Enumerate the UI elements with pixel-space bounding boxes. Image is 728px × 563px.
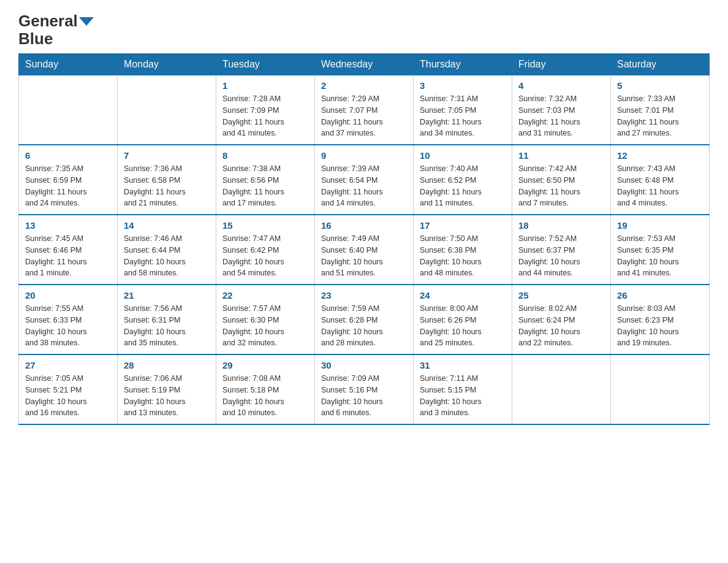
day-number: 12 (617, 150, 703, 161)
calendar-cell (19, 75, 118, 145)
day-info: Sunrise: 8:02 AM Sunset: 6:24 PM Dayligh… (518, 303, 604, 349)
day-info: Sunrise: 7:32 AM Sunset: 7:03 PM Dayligh… (518, 93, 604, 139)
calendar-cell: 13Sunrise: 7:45 AM Sunset: 6:46 PM Dayli… (19, 215, 118, 285)
calendar-cell: 5Sunrise: 7:33 AM Sunset: 7:01 PM Daylig… (611, 75, 710, 145)
calendar-cell: 15Sunrise: 7:47 AM Sunset: 6:42 PM Dayli… (216, 215, 315, 285)
day-info: Sunrise: 7:31 AM Sunset: 7:05 PM Dayligh… (420, 93, 506, 139)
day-number: 14 (124, 220, 210, 231)
day-info: Sunrise: 7:29 AM Sunset: 7:07 PM Dayligh… (321, 93, 407, 139)
day-number: 23 (321, 290, 407, 301)
calendar-cell: 19Sunrise: 7:53 AM Sunset: 6:35 PM Dayli… (611, 215, 710, 285)
day-info: Sunrise: 7:42 AM Sunset: 6:50 PM Dayligh… (518, 163, 604, 209)
day-info: Sunrise: 7:50 AM Sunset: 6:38 PM Dayligh… (420, 233, 506, 279)
calendar-cell: 24Sunrise: 8:00 AM Sunset: 6:26 PM Dayli… (414, 285, 512, 354)
calendar-cell: 31Sunrise: 7:11 AM Sunset: 5:15 PM Dayli… (414, 354, 512, 424)
weekday-header-wednesday: Wednesday (315, 54, 414, 75)
day-number: 13 (25, 220, 111, 231)
calendar-cell: 28Sunrise: 7:06 AM Sunset: 5:19 PM Dayli… (118, 354, 216, 424)
calendar-cell: 21Sunrise: 7:56 AM Sunset: 6:31 PM Dayli… (118, 285, 216, 354)
day-number: 20 (25, 290, 111, 301)
weekday-header-thursday: Thursday (414, 54, 512, 75)
day-number: 21 (124, 290, 210, 301)
day-number: 2 (321, 80, 407, 91)
weekday-header-saturday: Saturday (611, 54, 710, 75)
calendar-cell (118, 75, 216, 145)
day-info: Sunrise: 7:05 AM Sunset: 5:21 PM Dayligh… (25, 373, 111, 419)
day-number: 27 (25, 360, 111, 370)
day-number: 5 (617, 80, 703, 91)
day-info: Sunrise: 7:56 AM Sunset: 6:31 PM Dayligh… (124, 303, 210, 349)
calendar-week-row: 6Sunrise: 7:35 AM Sunset: 6:59 PM Daylig… (19, 145, 710, 215)
calendar-week-row: 1Sunrise: 7:28 AM Sunset: 7:09 PM Daylig… (19, 75, 710, 145)
day-number: 25 (518, 290, 604, 301)
calendar-cell (512, 354, 611, 424)
weekday-header-row: SundayMondayTuesdayWednesdayThursdayFrid… (19, 54, 710, 75)
day-number: 22 (222, 290, 308, 301)
weekday-header-sunday: Sunday (19, 54, 118, 75)
calendar-cell: 16Sunrise: 7:49 AM Sunset: 6:40 PM Dayli… (315, 215, 414, 285)
day-number: 8 (222, 150, 308, 161)
day-number: 30 (321, 360, 407, 370)
calendar-cell: 1Sunrise: 7:28 AM Sunset: 7:09 PM Daylig… (216, 75, 315, 145)
calendar-cell: 4Sunrise: 7:32 AM Sunset: 7:03 PM Daylig… (512, 75, 611, 145)
calendar-cell: 11Sunrise: 7:42 AM Sunset: 6:50 PM Dayli… (512, 145, 611, 215)
calendar-cell: 2Sunrise: 7:29 AM Sunset: 7:07 PM Daylig… (315, 75, 414, 145)
weekday-header-monday: Monday (118, 54, 216, 75)
calendar-week-row: 27Sunrise: 7:05 AM Sunset: 5:21 PM Dayli… (19, 354, 710, 424)
day-info: Sunrise: 7:35 AM Sunset: 6:59 PM Dayligh… (25, 163, 111, 209)
calendar-cell: 3Sunrise: 7:31 AM Sunset: 7:05 PM Daylig… (414, 75, 512, 145)
day-number: 18 (518, 220, 604, 231)
day-number: 7 (124, 150, 210, 161)
day-number: 17 (420, 220, 506, 231)
day-info: Sunrise: 7:47 AM Sunset: 6:42 PM Dayligh… (222, 233, 308, 279)
day-info: Sunrise: 7:53 AM Sunset: 6:35 PM Dayligh… (617, 233, 703, 279)
day-info: Sunrise: 7:46 AM Sunset: 6:44 PM Dayligh… (124, 233, 210, 279)
day-number: 26 (617, 290, 703, 301)
calendar-cell: 12Sunrise: 7:43 AM Sunset: 6:48 PM Dayli… (611, 145, 710, 215)
day-number: 24 (420, 290, 506, 301)
day-number: 1 (222, 80, 308, 91)
day-info: Sunrise: 7:36 AM Sunset: 6:58 PM Dayligh… (124, 163, 210, 209)
calendar-cell: 26Sunrise: 8:03 AM Sunset: 6:23 PM Dayli… (611, 285, 710, 354)
day-number: 6 (25, 150, 111, 161)
day-info: Sunrise: 8:03 AM Sunset: 6:23 PM Dayligh… (617, 303, 703, 349)
day-info: Sunrise: 7:55 AM Sunset: 6:33 PM Dayligh… (25, 303, 111, 349)
day-info: Sunrise: 7:52 AM Sunset: 6:37 PM Dayligh… (518, 233, 604, 279)
day-number: 11 (518, 150, 604, 161)
calendar-cell: 14Sunrise: 7:46 AM Sunset: 6:44 PM Dayli… (118, 215, 216, 285)
logo-text: General (18, 12, 94, 30)
day-number: 15 (222, 220, 308, 231)
day-info: Sunrise: 7:45 AM Sunset: 6:46 PM Dayligh… (25, 233, 111, 279)
logo: General Blue (18, 12, 94, 47)
day-number: 19 (617, 220, 703, 231)
calendar-cell: 10Sunrise: 7:40 AM Sunset: 6:52 PM Dayli… (414, 145, 512, 215)
day-info: Sunrise: 7:28 AM Sunset: 7:09 PM Dayligh… (222, 93, 308, 139)
weekday-header-friday: Friday (512, 54, 611, 75)
calendar-cell: 30Sunrise: 7:09 AM Sunset: 5:16 PM Dayli… (315, 354, 414, 424)
calendar-cell: 6Sunrise: 7:35 AM Sunset: 6:59 PM Daylig… (19, 145, 118, 215)
day-number: 28 (124, 360, 210, 370)
calendar-cell: 25Sunrise: 8:02 AM Sunset: 6:24 PM Dayli… (512, 285, 611, 354)
calendar-cell (611, 354, 710, 424)
day-number: 3 (420, 80, 506, 91)
calendar-cell: 23Sunrise: 7:59 AM Sunset: 6:28 PM Dayli… (315, 285, 414, 354)
day-info: Sunrise: 7:59 AM Sunset: 6:28 PM Dayligh… (321, 303, 407, 349)
calendar-cell: 8Sunrise: 7:38 AM Sunset: 6:56 PM Daylig… (216, 145, 315, 215)
day-info: Sunrise: 8:00 AM Sunset: 6:26 PM Dayligh… (420, 303, 506, 349)
calendar-cell: 9Sunrise: 7:39 AM Sunset: 6:54 PM Daylig… (315, 145, 414, 215)
day-info: Sunrise: 7:38 AM Sunset: 6:56 PM Dayligh… (222, 163, 308, 209)
day-number: 10 (420, 150, 506, 161)
calendar-cell: 18Sunrise: 7:52 AM Sunset: 6:37 PM Dayli… (512, 215, 611, 285)
calendar-cell: 20Sunrise: 7:55 AM Sunset: 6:33 PM Dayli… (19, 285, 118, 354)
calendar-table: SundayMondayTuesdayWednesdayThursdayFrid… (18, 53, 710, 425)
day-number: 9 (321, 150, 407, 161)
weekday-header-tuesday: Tuesday (216, 54, 315, 75)
day-number: 29 (222, 360, 308, 370)
calendar-cell: 7Sunrise: 7:36 AM Sunset: 6:58 PM Daylig… (118, 145, 216, 215)
calendar-cell: 22Sunrise: 7:57 AM Sunset: 6:30 PM Dayli… (216, 285, 315, 354)
day-info: Sunrise: 7:43 AM Sunset: 6:48 PM Dayligh… (617, 163, 703, 209)
logo-blue-text: Blue (18, 29, 53, 48)
day-info: Sunrise: 7:49 AM Sunset: 6:40 PM Dayligh… (321, 233, 407, 279)
day-info: Sunrise: 7:33 AM Sunset: 7:01 PM Dayligh… (617, 93, 703, 139)
calendar-week-row: 13Sunrise: 7:45 AM Sunset: 6:46 PM Dayli… (19, 215, 710, 285)
